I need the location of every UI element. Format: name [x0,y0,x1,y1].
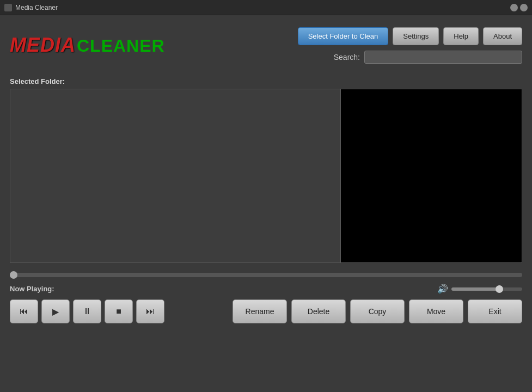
now-playing-label: Now Playing: [10,285,54,293]
action-buttons: Rename Delete Copy Move Exit [233,299,522,323]
seek-bar-row [10,267,522,281]
volume-slider[interactable] [451,287,522,291]
minimize-button[interactable] [510,4,518,11]
search-row: Search: [334,51,522,64]
content-panels [10,89,522,263]
seek-bar[interactable] [10,273,522,277]
select-folder-button[interactable]: Select Folder to Clean [298,27,389,45]
stop-button[interactable]: ■ [105,299,133,323]
rename-button[interactable]: Rename [233,299,287,323]
delete-button[interactable]: Delete [291,299,346,323]
search-input[interactable] [364,51,522,64]
app-icon [4,4,12,11]
header-right: Select Folder to Clean Settings Help Abo… [298,27,522,64]
help-button[interactable]: Help [443,27,479,45]
preview-panel [340,89,522,263]
file-list-panel[interactable] [10,89,340,263]
controls-row: ⏮ ▶ ⏸ ■ ⏭ Rename Delete Copy Move Exit [10,299,522,323]
selected-folder-label: Selected Folder: [10,77,522,85]
header-buttons: Select Folder to Clean Settings Help Abo… [298,27,522,45]
play-button[interactable]: ▶ [41,299,70,323]
logo-title: MEDIACLEANER [10,34,165,57]
settings-button[interactable]: Settings [393,27,439,45]
about-button[interactable]: About [483,27,522,45]
volume-icon: 🔊 [437,284,448,294]
copy-button[interactable]: Copy [350,299,405,323]
pause-button[interactable]: ⏸ [73,299,101,323]
playback-controls: ⏮ ▶ ⏸ ■ ⏭ [10,299,164,323]
exit-button[interactable]: Exit [468,299,522,323]
close-button[interactable] [520,4,528,11]
now-playing-row: Now Playing: 🔊 [10,284,522,294]
rewind-button[interactable]: ⏮ [10,299,38,323]
title-bar: Media Cleaner [0,0,532,15]
forward-button[interactable]: ⏭ [136,299,164,323]
title-bar-title: Media Cleaner [15,4,510,11]
main-area: ♫ ♪ ♩ MEDIACLEANER Select Folder to Clea… [0,15,532,331]
volume-row: 🔊 [437,284,522,294]
move-button[interactable]: Move [409,299,463,323]
logo-area: ♫ ♪ ♩ MEDIACLEANER [10,23,102,68]
logo-cleaner-text: CLEANER [77,36,165,56]
logo-media-text: MEDIA [10,34,76,57]
search-label: Search: [334,53,360,62]
title-bar-controls [510,4,528,11]
header: ♫ ♪ ♩ MEDIACLEANER Select Folder to Clea… [10,23,522,68]
